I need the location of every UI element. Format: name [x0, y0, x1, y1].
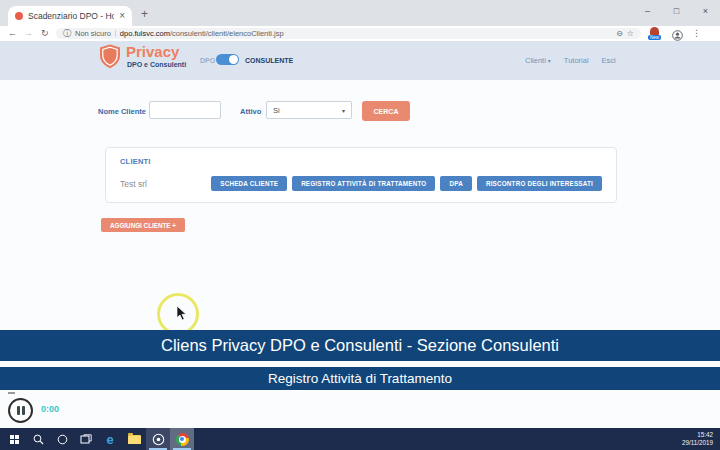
- task-view-button[interactable]: [74, 428, 98, 450]
- window-close-button[interactable]: ×: [691, 0, 720, 22]
- record-icon: [152, 433, 165, 446]
- cortana-icon: [57, 434, 68, 445]
- extension-icon[interactable]: [650, 27, 659, 35]
- extension-new-badge: New: [648, 35, 661, 40]
- logo-subtitle: DPO e Consulenti: [127, 61, 186, 68]
- banner-secondary-text: Registro Attività di Trattamento: [268, 371, 452, 386]
- tab-favicon-icon: [15, 12, 23, 20]
- recorder-pause-button[interactable]: [8, 398, 33, 423]
- screen: Scadenziario DPO - Home × + – □ × ← → ↻ …: [0, 0, 720, 450]
- nav-esci-label: Esci: [602, 56, 616, 65]
- edge-icon: e: [106, 433, 113, 446]
- taskbar-buttons: e: [2, 428, 194, 450]
- new-tab-button[interactable]: +: [141, 7, 148, 21]
- nome-cliente-label: Nome Cliente: [98, 107, 146, 116]
- taskbar: e 15:42 29/11/2019: [0, 428, 720, 450]
- chrome-taskbar-button[interactable]: [170, 428, 194, 450]
- cerca-button[interactable]: CERCA: [362, 101, 410, 121]
- back-icon[interactable]: ←: [8, 29, 17, 38]
- browser-tabstrip: Scadenziario DPO - Home × + – □ ×: [0, 0, 720, 26]
- attivo-selected-value: Si: [273, 106, 280, 115]
- folder-icon: [128, 435, 141, 444]
- start-button[interactable]: [2, 428, 26, 450]
- window-maximize-button[interactable]: □: [662, 0, 691, 22]
- browser-tab[interactable]: Scadenziario DPO - Home ×: [8, 6, 132, 26]
- address-bar[interactable]: ⓘ Non sicuro dpo.fulsvc.com/consulenti/c…: [56, 28, 641, 39]
- banner-primary-text: Cliens Privacy DPO e Consulenti - Sezion…: [161, 336, 559, 355]
- chevron-down-icon: ▾: [548, 57, 551, 64]
- task-view-icon: [80, 434, 92, 445]
- file-explorer-button[interactable]: [122, 428, 146, 450]
- chrome-menu-icon[interactable]: ⋮: [692, 28, 701, 38]
- nav-item-tutorial[interactable]: Tutorial: [564, 56, 589, 65]
- attivo-label: Attivo: [240, 107, 261, 116]
- window-controls: – □ ×: [633, 0, 720, 22]
- pause-icon: [22, 406, 25, 415]
- table-row: Test srl SCHEDA CLIENTE REGISTRO ATTIVIT…: [120, 175, 602, 192]
- chrome-icon: [176, 433, 189, 446]
- clients-card-title: CLIENTI: [120, 157, 151, 166]
- nav-tutorial-label: Tutorial: [564, 56, 589, 65]
- taskbar-search-button[interactable]: [26, 428, 50, 450]
- cortana-button[interactable]: [50, 428, 74, 450]
- screen-recorder-app-button[interactable]: [146, 428, 170, 450]
- url-path: /consulenti/clienti/elencoClienti.jsp: [170, 29, 284, 38]
- registro-attivita-button[interactable]: REGISTRO ATTIVITÀ DI TRATTAMENTO: [292, 176, 435, 191]
- mouse-cursor: [177, 306, 187, 325]
- omnibox-divider: [115, 30, 116, 37]
- scheda-cliente-button[interactable]: SCHEDA CLIENTE: [211, 176, 287, 191]
- forward-icon[interactable]: →: [24, 29, 33, 38]
- client-name: Test srl: [120, 179, 147, 189]
- tab-close-icon[interactable]: ×: [119, 11, 125, 21]
- nome-cliente-input[interactable]: [149, 101, 221, 119]
- bookmark-star-icon[interactable]: ☆: [627, 29, 634, 38]
- aggiungi-cliente-button[interactable]: AGGIUNGI CLIENTE +: [101, 218, 185, 232]
- recorder-timer: 0:00: [41, 404, 59, 414]
- toggle-knob: [229, 55, 238, 64]
- nav-item-esci[interactable]: Esci: [602, 56, 616, 65]
- window-minimize-button[interactable]: –: [633, 0, 662, 22]
- dpa-button[interactable]: DPA: [440, 176, 471, 191]
- logo-title: Privacy: [126, 43, 179, 60]
- url-text: dpo.fulsvc.com/consulenti/clienti/elenco…: [120, 29, 284, 38]
- clock-time: 15:42: [682, 431, 713, 439]
- url-security-label: Non sicuro: [75, 29, 111, 38]
- url-host: dpo.fulsvc.com: [120, 29, 170, 38]
- overlay-banner-primary: Cliens Privacy DPO e Consulenti - Sezion…: [0, 330, 720, 361]
- attivo-select[interactable]: Si ▾: [266, 101, 352, 119]
- clock-date: 29/11/2019: [682, 439, 713, 447]
- zoom-out-icon[interactable]: ⊖: [616, 29, 623, 38]
- nav-item-clienti[interactable]: Clienti ▾: [525, 56, 551, 65]
- windows-logo-icon: [10, 435, 19, 444]
- recorder-minimize-handle[interactable]: [8, 392, 15, 394]
- riscontro-interessati-button[interactable]: RISCONTRO DEGLI INTERESSATI: [477, 176, 602, 191]
- refresh-icon[interactable]: ↻: [41, 29, 49, 38]
- shield-logo-icon: [99, 44, 121, 73]
- info-icon[interactable]: ⓘ: [63, 28, 71, 39]
- dpo-consulente-toggle[interactable]: [216, 54, 239, 65]
- main-nav: Clienti ▾ Tutorial Esci: [525, 56, 616, 65]
- select-caret-icon: ▾: [342, 107, 345, 114]
- pause-icon: [17, 406, 20, 415]
- overlay-banner-secondary: Registro Attività di Trattamento: [0, 367, 720, 390]
- search-icon: [33, 434, 44, 445]
- taskbar-clock[interactable]: 15:42 29/11/2019: [682, 431, 713, 447]
- client-actions: SCHEDA CLIENTE REGISTRO ATTIVITÀ DI TRAT…: [211, 176, 602, 191]
- clients-card: CLIENTI Test srl SCHEDA CLIENTE REGISTRO…: [105, 147, 617, 203]
- edge-button[interactable]: e: [98, 428, 122, 450]
- tab-title: Scadenziario DPO - Home: [28, 11, 114, 21]
- toggle-label-dpo: DPO: [200, 57, 215, 64]
- toggle-label-consulente: CONSULENTE: [245, 57, 293, 64]
- nav-clienti-label: Clienti: [525, 56, 546, 65]
